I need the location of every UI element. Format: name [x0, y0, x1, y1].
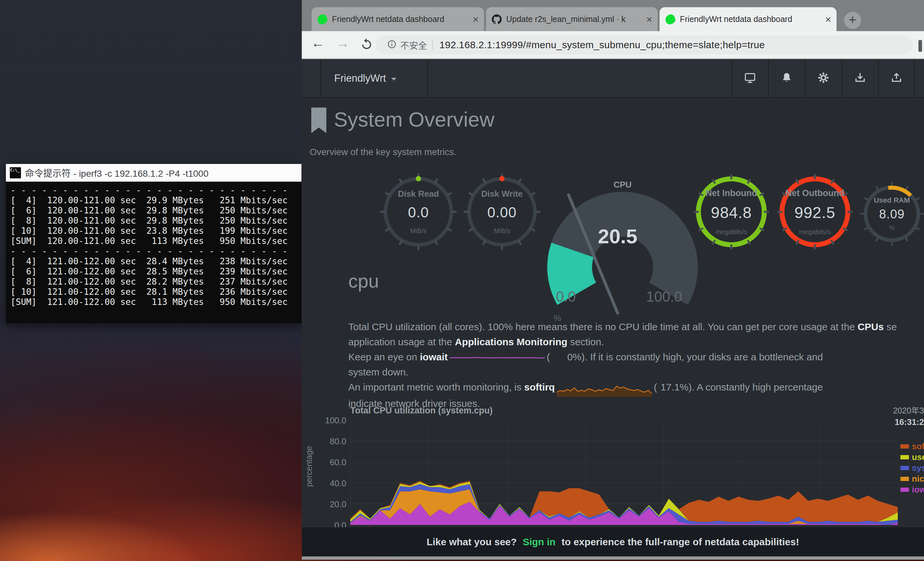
gauge-value: 8.09	[879, 207, 904, 221]
terminal-output: - - - - - - - - - - - - - - - - - - - - …	[6, 182, 302, 323]
legend-item-iowait[interactable]: iowait	[900, 484, 924, 495]
disk-write-gauge[interactable]: Disk Write 0.00 MiB/s	[467, 177, 537, 247]
omnibox-separator	[432, 40, 433, 50]
net-inbound-gauge[interactable]: Net Inbound 984.8 megabits/s	[696, 176, 767, 247]
gauge-label: Net Outbound	[785, 188, 844, 199]
nodes-view-button[interactable]	[731, 59, 768, 98]
page-title: System Overview	[334, 108, 495, 131]
import-button[interactable]	[842, 59, 878, 98]
gauge-value: 20.5	[586, 225, 649, 248]
back-button[interactable]: ←	[311, 35, 325, 51]
tab-friendlywrt-netdata-1[interactable]: FriendlyWrt netdata dashboard ×	[312, 7, 484, 31]
not-secure-label: 不安全	[400, 39, 427, 51]
paragraph-line: Total CPU utilization (all cores). 100% …	[348, 321, 924, 336]
used-ram-gauge[interactable]: Used RAM 8.09 %	[864, 186, 920, 242]
url-text[interactable]: 192.168.2.1:19999/#menu_system_submenu_c…	[440, 39, 765, 51]
tab-title: FriendlyWrt netdata dashboard	[680, 14, 822, 24]
gear-icon	[817, 71, 830, 86]
forward-button[interactable]: →	[336, 35, 350, 51]
gauge-label: Disk Read	[398, 189, 439, 199]
terminal-line: [ 10] 121.00-122.00 sec 28.1 MBytes 236 …	[10, 287, 302, 297]
bookmark-icon	[311, 108, 326, 134]
terminal-line: [ 4] 120.00-121.00 sec 29.9 MBytes 251 M…	[10, 195, 302, 205]
alarms-button[interactable]	[768, 59, 805, 98]
monitor-icon	[744, 71, 757, 86]
terminal-title: 命令提示符 - iperf3 -c 192.168.1.2 -P4 -t1000	[25, 166, 208, 179]
gauge-max: 100.0	[638, 289, 690, 305]
legend-label: softirq	[912, 441, 924, 451]
gauge-unit: MiB/s	[494, 227, 510, 235]
y-axis-tick: 20.0	[318, 499, 346, 510]
terminal-line: - - - - - - - - - - - - - - - - - - - - …	[10, 246, 302, 256]
tab-close-icon[interactable]: ×	[472, 14, 479, 24]
tab-close-icon[interactable]: ×	[825, 14, 831, 24]
cpus-link[interactable]: CPUs	[858, 321, 884, 332]
terminal-line: [ 10] 120.00-121.00 sec 23.8 MBytes 199 …	[10, 226, 302, 236]
softirq-value: 17.1%	[657, 382, 688, 393]
netdata-favicon	[665, 14, 676, 25]
tab-title: Update r2s_lean_minimal.yml · k	[506, 14, 643, 24]
gauge-unit: megabits/s	[799, 228, 831, 236]
terminal-line: [ 4] 121.00-122.00 sec 28.4 MBytes 238 M…	[10, 256, 302, 266]
gauge-unit: %	[889, 225, 894, 232]
address-bar[interactable]: 不安全 192.168.2.1:19999/#menu_system_subme…	[375, 35, 913, 54]
terminal-line: [SUM] 120.00-121.00 sec 113 MBytes 950 M…	[10, 236, 302, 246]
gauge-label: Net Inbound	[705, 188, 757, 199]
host-dropdown[interactable]: FriendlyWrt	[321, 59, 428, 98]
net-outbound-gauge[interactable]: Net Outbound 992.5 megabits/s	[780, 176, 850, 247]
browser-toolbar: ← → 不安全 192.168.2.1:19999/#menu_system_s…	[302, 31, 924, 59]
cpu-gauge-needle	[547, 192, 698, 343]
cmd-icon: C:\_	[10, 167, 21, 178]
new-tab-button[interactable]: +	[844, 12, 861, 29]
gauge-value: 0.00	[487, 204, 517, 221]
y-axis-tick: 100.0	[318, 415, 346, 426]
paragraph-line: application usage at the Applications Mo…	[348, 336, 924, 352]
legend-swatch	[900, 444, 909, 448]
legend-item-nice[interactable]: nice	[900, 474, 924, 484]
legend-item-softirq[interactable]: softirq	[900, 441, 924, 452]
terminal-line: [ 6] 121.00-122.00 sec 28.5 MBytes 239 M…	[10, 266, 302, 277]
reload-button[interactable]	[360, 37, 374, 55]
terminal-titlebar[interactable]: C:\_ 命令提示符 - iperf3 -c 192.168.1.2 -P4 -…	[6, 164, 302, 182]
signin-text: Like what you see?	[427, 536, 519, 547]
terminal-line: [ 6] 120.00-121.00 sec 29.8 MBytes 250 M…	[10, 205, 302, 215]
download-icon	[854, 71, 867, 86]
host-name: FriendlyWrt	[334, 72, 386, 84]
terminal-line: [ 8] 121.00-122.00 sec 28.2 MBytes 237 M…	[10, 277, 302, 287]
section-heading-cpu: cpu	[348, 270, 379, 292]
legend-item-system[interactable]: system	[900, 463, 924, 474]
tab-github-update[interactable]: Update r2s_lean_minimal.yml · k ×	[486, 7, 658, 31]
netdata-favicon	[317, 14, 328, 25]
tab-friendlywrt-netdata-2[interactable]: FriendlyWrt netdata dashboard ×	[660, 7, 837, 31]
github-favicon	[492, 14, 502, 24]
cpu-utilization-chart[interactable]	[350, 420, 898, 525]
legend-item-user[interactable]: user	[900, 452, 924, 463]
terminal-line: [ 8] 120.00-121.00 sec 29.8 MBytes 250 M…	[10, 215, 302, 226]
upload-icon	[890, 71, 903, 86]
page-subtitle: Overview of the key system metrics.	[310, 147, 456, 157]
gauge-value: 984.8	[711, 204, 752, 222]
applications-monitoring-link[interactable]: Applications Monitoring	[455, 336, 567, 347]
y-axis-label: percentage	[304, 446, 314, 487]
terminal-window[interactable]: C:\_ 命令提示符 - iperf3 -c 192.168.1.2 -P4 -…	[6, 164, 302, 323]
gauge-value: 0.0	[408, 204, 429, 221]
legend-swatch	[900, 487, 909, 492]
gauge-label: CPU	[596, 180, 649, 190]
info-icon[interactable]	[387, 39, 397, 51]
iowait-sparkline	[450, 355, 545, 360]
paragraph-line: system down.	[348, 367, 924, 382]
disk-read-gauge[interactable]: Disk Read 0.0 MiB/s	[384, 177, 453, 247]
export-button[interactable]	[878, 59, 915, 98]
netdata-header: FriendlyWrt	[302, 59, 924, 98]
gauge-unit: megabits/s	[716, 228, 747, 236]
chart-date: 2020年3	[858, 404, 924, 416]
paragraph-line: Keep an eye on iowait(0%). If it is cons…	[348, 352, 924, 367]
tab-close-icon[interactable]: ×	[646, 14, 652, 24]
clipped-toolbar-icon	[918, 40, 922, 52]
settings-button[interactable]	[805, 59, 842, 98]
gauge-value: 992.5	[794, 204, 835, 222]
legend-swatch	[900, 466, 909, 470]
chevron-down-icon	[391, 78, 396, 81]
bell-icon	[780, 71, 793, 86]
signin-link[interactable]: Sign in	[523, 536, 555, 547]
